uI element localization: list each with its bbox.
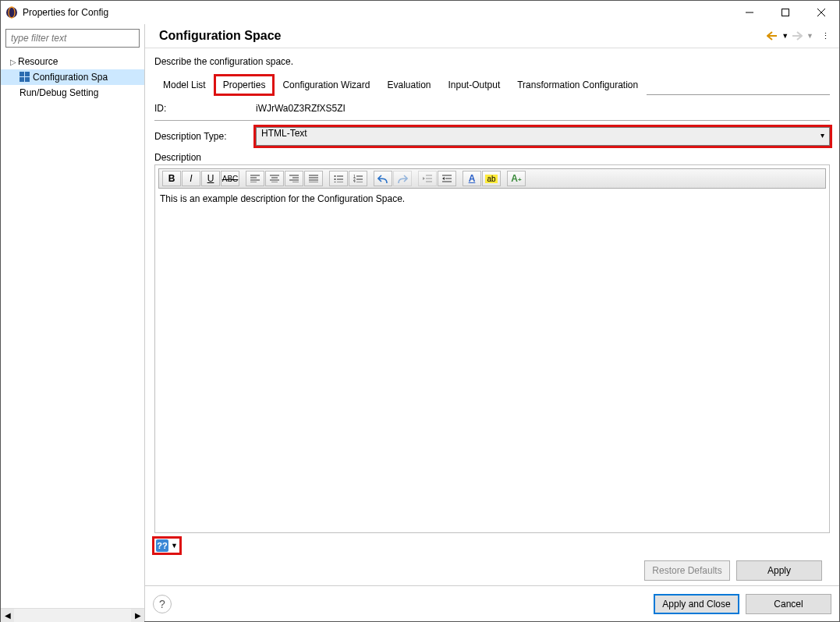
tab-model-list[interactable]: Model List <box>154 75 214 95</box>
description-type-select[interactable]: HTML-Text ▾ <box>256 127 830 146</box>
id-label: ID: <box>154 103 256 114</box>
align-justify-button[interactable] <box>304 171 323 186</box>
page-subheading: Describe the configuration space. <box>154 56 830 67</box>
tree-item-label: Configuration Spa <box>33 72 108 83</box>
filter-input[interactable] <box>5 29 140 48</box>
close-button[interactable] <box>803 1 839 24</box>
tab-bar: Model List Properties Configuration Wiza… <box>154 73 830 95</box>
scroll-left-icon[interactable]: ◀ <box>1 609 14 622</box>
svg-text:3: 3 <box>353 180 356 182</box>
titlebar: Properties for Config <box>1 1 839 24</box>
tree-item-label: Resource <box>18 56 58 67</box>
minimize-button[interactable] <box>732 1 767 24</box>
align-right-button[interactable] <box>285 171 303 186</box>
tab-evaluation[interactable]: Evaluation <box>378 75 439 95</box>
outdent-button[interactable] <box>418 171 437 186</box>
highlight-button[interactable]: ab <box>482 171 501 186</box>
description-label: Description <box>154 152 830 163</box>
divider <box>154 120 830 121</box>
back-menu-icon[interactable]: ▼ <box>782 32 789 40</box>
ordered-list-button[interactable]: 123 <box>349 171 367 186</box>
bold-button[interactable]: B <box>162 171 181 186</box>
svg-marker-35 <box>423 177 425 180</box>
tab-input-output[interactable]: Input-Output <box>440 75 509 95</box>
forward-icon <box>792 31 803 41</box>
html-editor: B I U ABC 123 <box>154 164 830 533</box>
sidebar-scrollbar[interactable]: ◀ ▶ <box>1 608 144 621</box>
apply-button[interactable]: Apply <box>736 560 822 581</box>
unordered-list-button[interactable] <box>329 171 348 186</box>
cancel-button[interactable]: Cancel <box>746 594 831 614</box>
svg-marker-39 <box>442 177 445 180</box>
tree-item-run-debug[interactable]: Run/Debug Setting <box>1 85 144 101</box>
tab-transformation[interactable]: Transformation Configuration <box>509 75 647 95</box>
page-title: Configuration Space <box>159 29 767 43</box>
svg-point-24 <box>335 178 336 180</box>
help-button[interactable]: ? <box>153 595 172 613</box>
grid-icon <box>19 72 30 83</box>
redo-button[interactable] <box>393 171 412 186</box>
forward-menu-icon: ▼ <box>806 32 813 40</box>
tab-config-wizard[interactable]: Configuration Wizard <box>274 75 378 95</box>
help-question-icon: ?? <box>156 539 168 552</box>
tree-item-label: Run/Debug Setting <box>19 87 98 98</box>
eclipse-icon <box>5 6 18 19</box>
select-value: HTML-Text <box>261 128 307 139</box>
view-menu-icon[interactable]: ⋮ <box>821 31 830 41</box>
maximize-button[interactable] <box>767 1 803 24</box>
strikethrough-button[interactable]: ABC <box>221 171 239 186</box>
description-type-label: Description Type: <box>154 131 256 142</box>
page-header: Configuration Space ▼ ▼ ⋮ <box>145 24 839 48</box>
window-title: Properties for Config <box>23 7 732 18</box>
editor-textarea[interactable]: This is an example description for the C… <box>155 192 829 532</box>
description-type-select-highlight: HTML-Text ▾ <box>256 127 830 146</box>
dialog-footer: ? Apply and Close Cancel <box>145 585 839 621</box>
nav-tree: ▷ Resource Configuration Spa Run/Debug S… <box>1 52 144 608</box>
tab-properties[interactable]: Properties <box>214 75 275 95</box>
align-center-button[interactable] <box>265 171 284 186</box>
apply-and-close-button[interactable]: Apply and Close <box>654 594 739 614</box>
id-value: iWJrWa0Z3RZfXS5ZI <box>256 103 830 114</box>
scroll-right-icon[interactable]: ▶ <box>131 609 144 622</box>
scroll-track[interactable] <box>14 609 131 622</box>
svg-point-22 <box>335 175 336 177</box>
back-icon[interactable] <box>767 31 778 41</box>
underline-button[interactable]: U <box>201 171 220 186</box>
expand-arrow-icon[interactable]: ▷ <box>9 58 18 66</box>
chevron-down-icon: ▾ <box>821 131 824 140</box>
undo-button[interactable] <box>374 171 392 186</box>
font-color-button[interactable]: A <box>463 171 481 186</box>
tree-item-resource[interactable]: ▷ Resource <box>1 54 144 69</box>
help-dropdown[interactable]: ?? ▼ <box>154 539 179 553</box>
sidebar: ▷ Resource Configuration Spa Run/Debug S… <box>1 24 145 621</box>
editor-toolbar: B I U ABC 123 <box>158 168 826 189</box>
indent-button[interactable] <box>438 171 456 186</box>
insert-button[interactable]: A+ <box>507 171 526 186</box>
italic-button[interactable]: I <box>182 171 200 186</box>
svg-point-0 <box>6 7 17 18</box>
restore-defaults-button: Restore Defaults <box>644 560 730 581</box>
align-left-button[interactable] <box>246 171 264 186</box>
tree-item-configuration-space[interactable]: Configuration Spa <box>1 69 144 85</box>
svg-point-26 <box>335 182 336 182</box>
svg-rect-3 <box>782 9 789 16</box>
chevron-down-icon: ▼ <box>171 542 178 550</box>
